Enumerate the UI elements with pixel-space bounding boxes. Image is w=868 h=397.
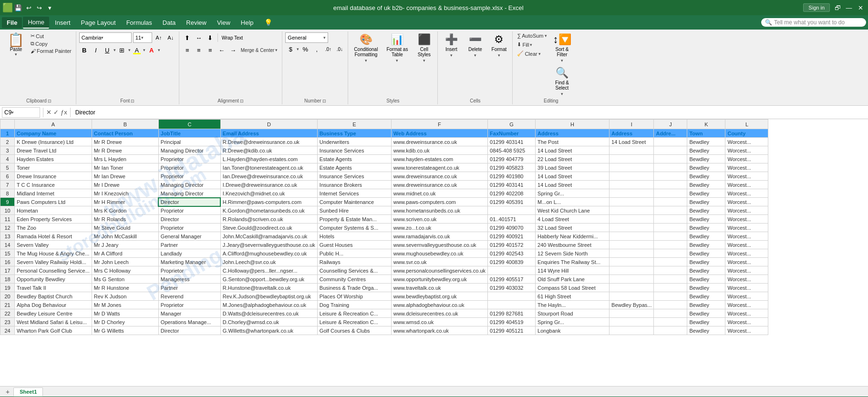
cell-r3-c6[interactable]: 0845-408 5925 xyxy=(488,146,536,155)
cell-r13-c0[interactable]: Ramada Hotel & Resort xyxy=(15,232,92,241)
cell-r16-c8[interactable] xyxy=(610,258,654,266)
cell-r14-c3[interactable]: J.Jeary@severnvalleyguesthouse.co.uk xyxy=(220,241,317,249)
cell-r8-c4[interactable]: Internet Services xyxy=(317,189,391,198)
cell-r19-c6[interactable]: 01299 403032 xyxy=(488,284,536,292)
format-table-button[interactable]: 📊 Format asTable ▾ xyxy=(383,32,411,64)
cell-r2-c6[interactable]: 01299 403141 xyxy=(488,138,536,146)
cell-r6-c3[interactable]: Ian.Drewe@dreweinsurance.co.uk xyxy=(220,172,317,181)
cell-r1-c5[interactable]: Web Address xyxy=(391,129,487,138)
cell-r22-c0[interactable]: Bewdley Leisure Centre xyxy=(15,309,92,318)
align-left-button[interactable]: ≡ xyxy=(182,45,193,55)
cell-r5-c11[interactable]: Worcest... xyxy=(725,163,768,172)
cell-r15-c10[interactable]: Bewdley xyxy=(687,249,725,258)
cell-r8-c7[interactable]: Spring Gr... xyxy=(536,189,610,198)
cell-r20-c1[interactable]: Rev K Judson xyxy=(92,292,158,301)
cell-r10-c6[interactable] xyxy=(488,206,536,215)
cell-r5-c10[interactable]: Bewdley xyxy=(687,163,725,172)
cell-r22-c1[interactable]: Mr D Watts xyxy=(92,309,158,318)
cell-r24-c7[interactable]: Longbank xyxy=(536,326,610,335)
cell-r18-c6[interactable]: 01299 405517 xyxy=(488,275,536,284)
cell-r2-c10[interactable]: Bewdley xyxy=(687,138,725,146)
find-select-button[interactable]: 🔍 Find &Select ▾ xyxy=(550,66,574,97)
col-header-K[interactable]: K xyxy=(687,120,725,129)
increase-indent-button[interactable]: → xyxy=(228,45,238,55)
fs-arrow[interactable]: ▾ xyxy=(561,92,563,96)
minimize-icon[interactable]: — xyxy=(845,4,853,11)
row-header-14[interactable]: 14 xyxy=(0,241,15,249)
cell-r16-c2[interactable]: Marketing Manager xyxy=(158,258,220,266)
cell-r4-c6[interactable]: 01299 404779 xyxy=(488,155,536,163)
cell-r1-c2[interactable]: JobTitle xyxy=(158,129,220,138)
cell-r2-c7[interactable]: The Post xyxy=(536,138,610,146)
cell-r21-c6[interactable] xyxy=(488,301,536,309)
ft-arrow[interactable]: ▾ xyxy=(396,58,398,63)
cell-r19-c1[interactable]: Mr R Hunstone xyxy=(92,284,158,292)
row-header-2[interactable]: 2 xyxy=(0,138,15,146)
cell-r20-c4[interactable]: Places Of Worship xyxy=(317,292,391,301)
merge-arrow[interactable]: ▾ xyxy=(275,48,278,52)
cell-r10-c3[interactable]: K.Gordon@hometansunbeds.co.uk xyxy=(220,206,317,215)
cell-r3-c9[interactable] xyxy=(654,146,687,155)
row-header-11[interactable]: 11 xyxy=(0,215,15,224)
cell-r13-c8[interactable] xyxy=(610,232,654,241)
table-row[interactable]: 17Personal Counselling Service...Mrs C H… xyxy=(0,266,768,275)
cell-r22-c4[interactable]: Leisure & Recreation C... xyxy=(317,309,391,318)
cell-r18-c5[interactable]: www.opportunitybewdley.org.uk xyxy=(391,275,487,284)
cell-r24-c10[interactable]: Bewdley xyxy=(687,326,725,335)
sheet-tab-sheet1[interactable]: Sheet1 xyxy=(13,387,43,397)
cell-r12-c2[interactable]: Proprietor xyxy=(158,224,220,232)
cell-r19-c0[interactable]: Travel Talk II xyxy=(15,284,92,292)
cell-r9-c9[interactable] xyxy=(654,198,687,206)
cell-r10-c7[interactable]: West Kid Church Lane xyxy=(536,206,610,215)
row-header-24[interactable]: 24 xyxy=(0,326,15,335)
cell-r9-c7[interactable]: M...on L... xyxy=(536,198,610,206)
cell-r13-c10[interactable]: Bewdley xyxy=(687,232,725,241)
cell-r8-c3[interactable]: I.Knezovich@midnet.co.uk xyxy=(220,189,317,198)
cell-r10-c1[interactable]: Mrs K Gordon xyxy=(92,206,158,215)
delete-button[interactable]: ➖ Delete ▾ xyxy=(465,32,486,59)
cell-r10-c10[interactable]: Bewdley xyxy=(687,206,725,215)
cell-r8-c9[interactable] xyxy=(654,189,687,198)
table-row[interactable]: 16Severn Valley Railway Holdi...Mr John … xyxy=(0,258,768,266)
cell-r6-c0[interactable]: Drewe Insurance xyxy=(15,172,92,181)
row-header-5[interactable]: 5 xyxy=(0,163,15,172)
cell-r21-c2[interactable]: Proprietor xyxy=(158,301,220,309)
cell-r8-c8[interactable] xyxy=(610,189,654,198)
row-header-10[interactable]: 10 xyxy=(0,206,15,215)
cell-r7-c3[interactable]: I.Drewe@dreweinsurance.co.uk xyxy=(220,181,317,189)
cell-r18-c10[interactable]: Bewdley xyxy=(687,275,725,284)
col-header-I[interactable]: I xyxy=(610,120,654,129)
cell-r24-c0[interactable]: Wharton Park Golf Club xyxy=(15,326,92,335)
cell-r13-c5[interactable]: www.ramadajarvis.co.uk xyxy=(391,232,487,241)
menu-home[interactable]: Home xyxy=(23,17,49,29)
cell-r1-c0[interactable]: Company Name xyxy=(15,129,92,138)
row-header-17[interactable]: 17 xyxy=(0,266,15,275)
cell-r14-c9[interactable] xyxy=(654,241,687,249)
cell-r18-c2[interactable]: Manageress xyxy=(158,275,220,284)
table-row[interactable]: 9Paws Computers LtdMr H RimmerDirectorH.… xyxy=(0,198,768,206)
cell-r2-c1[interactable]: Mr R Drewe xyxy=(92,138,158,146)
cell-r15-c8[interactable] xyxy=(610,249,654,258)
cell-r5-c1[interactable]: Mr Ian Toner xyxy=(92,163,158,172)
paste-dropdown-arrow[interactable]: ▾ xyxy=(15,52,17,57)
sign-in-button[interactable]: Sign in xyxy=(803,3,830,12)
cell-r8-c10[interactable]: Bewdley xyxy=(687,189,725,198)
cell-r4-c2[interactable]: Proprietor xyxy=(158,155,220,163)
currency-arrow[interactable]: ▾ xyxy=(297,47,299,51)
cell-r7-c2[interactable]: Managing Director xyxy=(158,181,220,189)
cell-r10-c2[interactable]: Proprietor xyxy=(158,206,220,215)
cell-r24-c6[interactable]: 01299 405121 xyxy=(488,326,536,335)
cell-r1-c9[interactable]: Addre... xyxy=(654,129,687,138)
cell-r19-c2[interactable]: Partner xyxy=(158,284,220,292)
cell-r11-c6[interactable]: 01..401571 xyxy=(488,215,536,224)
cell-r15-c4[interactable]: Public H... xyxy=(317,249,391,258)
cell-r22-c6[interactable]: 01299 827681 xyxy=(488,309,536,318)
cell-r11-c11[interactable]: Worcest... xyxy=(725,215,768,224)
cell-r23-c2[interactable]: Operations Manage... xyxy=(158,318,220,326)
conditional-formatting-button[interactable]: 🎨 ConditionalFormatting ▾ xyxy=(351,32,381,64)
cell-r16-c7[interactable]: Enquiries The Railway St... xyxy=(536,258,610,266)
cell-r22-c9[interactable] xyxy=(654,309,687,318)
cell-r23-c3[interactable]: D.Chorley@wmsd.co.uk xyxy=(220,318,317,326)
format-arrow[interactable]: ▾ xyxy=(498,53,500,58)
cell-r1-c8[interactable]: Address xyxy=(610,129,654,138)
